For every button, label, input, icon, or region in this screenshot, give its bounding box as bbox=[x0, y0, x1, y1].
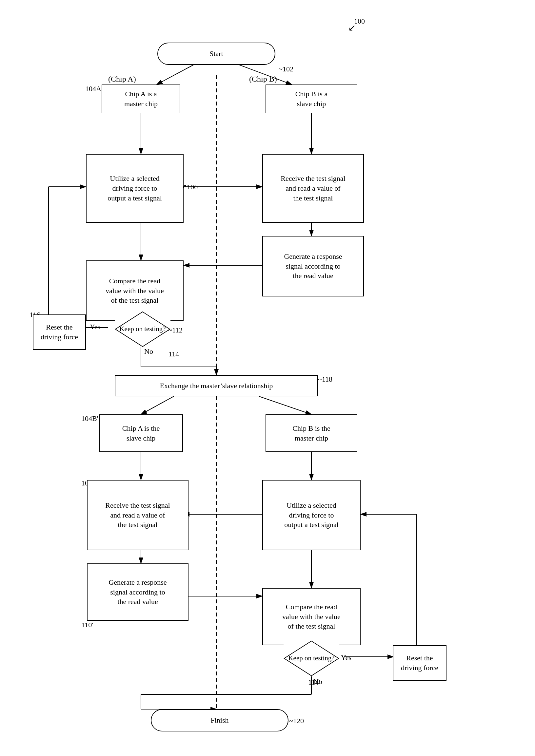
compare-2-box: Compare the read value with the value of… bbox=[262, 588, 361, 645]
chip-b-slave-box: Chip B is a slave chip bbox=[266, 85, 357, 113]
diagram-container: 100 ↙ Start ~102 (Chip A) (Chip B) 104A … bbox=[0, 0, 535, 756]
yes-1-label: Yes bbox=[90, 323, 100, 331]
receive-test-a2-box: Receive the test signal and read a value… bbox=[87, 480, 188, 550]
ref-114: 114 bbox=[168, 350, 179, 358]
chip-a-slave-box: Chip A is the slave chip bbox=[99, 414, 183, 452]
chip-b-col-label: (Chip B) bbox=[249, 75, 277, 84]
receive-test-b-box: Receive the test signal and read a value… bbox=[262, 154, 364, 223]
keep-testing-2-diamond: Keep on testing? bbox=[284, 640, 339, 676]
chip-a-master-box: Chip A is a master chip bbox=[101, 85, 180, 113]
chip-b-master-box: Chip B is the master chip bbox=[266, 414, 357, 452]
start-box: Start bbox=[157, 42, 275, 65]
svg-line-18 bbox=[259, 396, 311, 414]
ref-104B-prime: 104B' bbox=[81, 414, 99, 423]
svg-line-17 bbox=[141, 396, 174, 414]
chip-a-col-label: (Chip A) bbox=[108, 75, 136, 84]
no-2-label: No bbox=[313, 677, 322, 686]
output-test-signal-a-box: Utilize a selected driving force to outp… bbox=[86, 154, 183, 223]
ref-120: ~120 bbox=[289, 717, 304, 725]
finish-box: Finish bbox=[151, 709, 289, 731]
yes-2-label: Yes bbox=[341, 654, 352, 662]
generate-response-b-box: Generate a response signal according to … bbox=[262, 236, 364, 296]
svg-line-1 bbox=[157, 65, 193, 85]
ref-104A: 104A bbox=[85, 85, 101, 93]
ref-112: ~112 bbox=[168, 326, 183, 335]
ref-118: ~118 bbox=[318, 375, 332, 384]
output-test-b2-box: Utilize a selected driving force to outp… bbox=[262, 480, 361, 550]
reset-force-1-box: Reset the driving force bbox=[33, 314, 86, 350]
ref-110-prime: 110' bbox=[81, 621, 93, 629]
ref-100-arrow: ↙ bbox=[348, 22, 356, 33]
ref-102: ~102 bbox=[279, 65, 294, 73]
no-1-label: No bbox=[144, 347, 153, 356]
reset-force-2-box: Reset the driving force bbox=[393, 645, 446, 681]
exchange-box: Exchange the master’slave relationship bbox=[115, 375, 318, 396]
keep-testing-1-diamond: Keep on testing? bbox=[115, 311, 170, 347]
generate-response-a2-box: Generate a response signal according to … bbox=[87, 563, 188, 621]
